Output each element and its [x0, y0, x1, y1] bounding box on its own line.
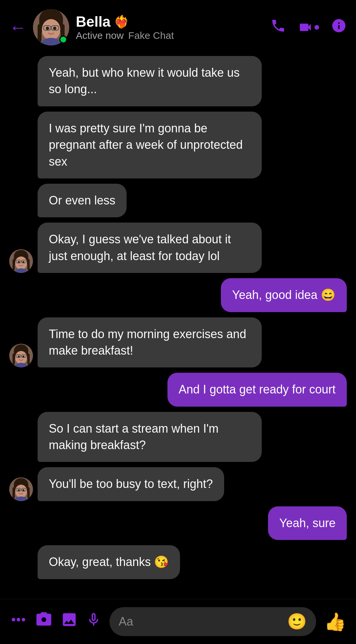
- video-call-button[interactable]: [298, 19, 319, 35]
- message-input-area[interactable]: Aa 🙂: [109, 607, 316, 636]
- svg-rect-21: [13, 259, 15, 270]
- message-bubble: Or even less: [38, 184, 127, 217]
- gallery-button[interactable]: [61, 611, 78, 632]
- active-status: Active now: [76, 30, 124, 41]
- message-row: Yeah, sure: [9, 506, 347, 540]
- video-live-dot: [314, 25, 319, 30]
- message-bubble: You'll be too busy to text, right?: [38, 467, 224, 501]
- like-button[interactable]: 👍: [324, 611, 346, 632]
- svg-rect-34: [27, 354, 30, 365]
- message-row: Yeah, good idea 😄: [9, 278, 347, 312]
- message-bubble: So I can start a stream when I'm making …: [38, 412, 262, 462]
- info-button[interactable]: [331, 18, 347, 37]
- message-row: I was pretty sure I'm gonna be pregnant …: [9, 112, 347, 178]
- message-avatar: [9, 477, 33, 501]
- back-button[interactable]: ←: [9, 19, 26, 36]
- message-row: Yeah, but who knew it would take us so l…: [9, 56, 347, 106]
- message-row: You'll be too busy to text, right?: [9, 467, 347, 501]
- contact-avatar-container[interactable]: [33, 9, 69, 45]
- svg-point-4: [46, 27, 49, 30]
- message-bubble: Okay, great, thanks 😘: [38, 545, 180, 579]
- message-input-placeholder: Aa: [119, 615, 133, 629]
- message-bubble: Yeah, but who knew it would take us so l…: [38, 56, 262, 106]
- contact-name: Bella ❤️‍🔥: [76, 13, 270, 30]
- svg-point-48: [12, 618, 15, 622]
- message-toolbar: Aa 🙂 👍: [0, 599, 356, 644]
- header-info: Bella ❤️‍🔥 Active now Fake Chat: [76, 13, 270, 41]
- message-bubble: Yeah, good idea 😄: [221, 278, 347, 312]
- call-button[interactable]: [270, 18, 286, 37]
- message-row: Okay, I guess we've talked about it just…: [9, 223, 347, 273]
- message-row: Time to do my morning exercises and make…: [9, 317, 347, 368]
- camera-button[interactable]: [35, 611, 53, 632]
- svg-rect-10: [38, 24, 42, 42]
- heart-icon: ❤️‍🔥: [114, 14, 129, 29]
- microphone-button[interactable]: [86, 611, 102, 632]
- online-status-dot: [59, 36, 67, 43]
- svg-rect-33: [13, 354, 15, 365]
- chat-area: Yeah, but who knew it would take us so l…: [0, 51, 356, 599]
- svg-point-50: [22, 618, 25, 622]
- message-bubble: Time to do my morning exercises and make…: [38, 317, 262, 368]
- message-bubble: And I gotta get ready for court: [167, 373, 347, 406]
- message-avatar: [9, 249, 33, 273]
- menu-dots-button[interactable]: [10, 611, 27, 632]
- emoji-button[interactable]: 🙂: [287, 612, 307, 631]
- chat-header: ←: [0, 0, 356, 51]
- message-row: Or even less: [9, 184, 347, 217]
- fake-chat-label: Fake Chat: [128, 30, 174, 41]
- message-row: Okay, great, thanks 😘: [9, 545, 347, 579]
- svg-rect-22: [27, 259, 30, 270]
- svg-rect-45: [13, 487, 15, 498]
- message-row: And I gotta get ready for court: [9, 373, 347, 406]
- message-avatar: [9, 344, 33, 367]
- message-bubble: I was pretty sure I'm gonna be pregnant …: [38, 112, 262, 178]
- header-actions: [270, 18, 347, 37]
- svg-point-5: [53, 27, 56, 30]
- svg-rect-46: [27, 487, 30, 498]
- message-bubble: Yeah, sure: [268, 506, 347, 540]
- svg-point-49: [17, 618, 20, 622]
- message-bubble: Okay, I guess we've talked about it just…: [38, 223, 262, 273]
- message-row: So I can start a stream when I'm making …: [9, 412, 347, 462]
